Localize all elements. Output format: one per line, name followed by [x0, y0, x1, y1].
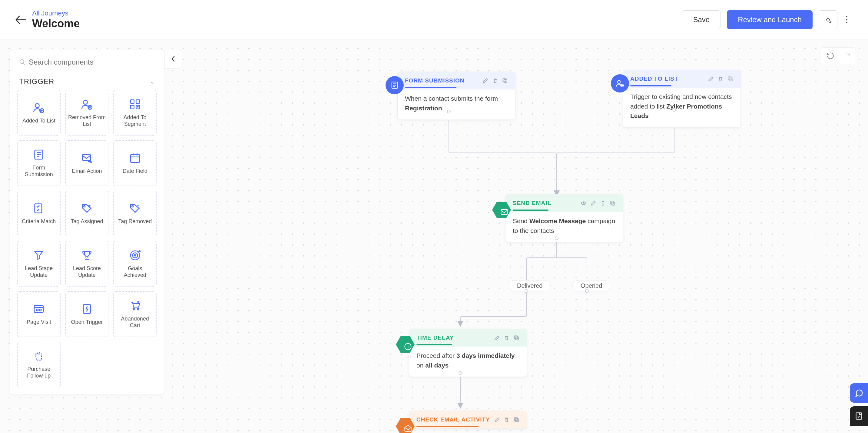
save-button[interactable]: Save [682, 10, 721, 29]
more-menu-button[interactable] [843, 13, 850, 26]
node-send-email[interactable]: SEND EMAIL Send Welcome Message campaign… [505, 194, 623, 242]
panel-collapse-button[interactable] [164, 49, 182, 68]
svg-rect-36 [504, 80, 507, 83]
branch-opened[interactable]: Opened [572, 280, 610, 291]
svg-rect-45 [612, 202, 615, 205]
delete-icon[interactable] [504, 335, 510, 341]
component-open-trigger[interactable]: Open Trigger [65, 291, 109, 337]
svg-point-24 [134, 254, 136, 256]
svg-rect-41 [728, 77, 731, 80]
tag-minus-icon [129, 202, 141, 214]
svg-point-27 [36, 309, 38, 311]
connector-dot[interactable] [459, 371, 462, 375]
component-date-field[interactable]: Date Field [113, 140, 157, 186]
svg-rect-8 [130, 105, 134, 109]
svg-point-21 [132, 206, 133, 207]
review-launch-button[interactable]: Review and Launch [727, 10, 813, 29]
header-left: All Journeys Welcome [15, 9, 80, 30]
component-added-to-list[interactable]: Added To List [17, 90, 61, 136]
edit-icon[interactable] [590, 200, 596, 206]
connector-dot[interactable] [555, 236, 558, 240]
component-removed-from-list[interactable]: Removed From List [65, 90, 109, 136]
chevron-down-icon: ⌄ [150, 78, 155, 85]
node-title: CHECK EMAIL ACTIVITY [416, 416, 490, 423]
edit-icon[interactable] [494, 335, 500, 341]
component-label: Criteria Match [22, 218, 56, 225]
edit-icon[interactable] [483, 78, 489, 84]
component-label: Abandoned Cart [116, 315, 154, 329]
component-lead-score[interactable]: Lead Score Update [65, 241, 109, 287]
component-label: Lead Stage Update [20, 265, 58, 279]
target-icon [129, 249, 141, 261]
svg-rect-50 [516, 419, 519, 422]
node-title: FORM SUBMISSION [405, 77, 465, 84]
component-goals[interactable]: Goals Achieved [113, 241, 157, 287]
connector-dot[interactable] [447, 110, 451, 113]
svg-rect-52 [856, 413, 862, 420]
node-body: Trigger to existing and new contacts add… [623, 88, 741, 127]
node-bold: 3 days immediately [457, 352, 515, 359]
delete-icon[interactable] [600, 200, 606, 206]
tag-plus-icon [81, 202, 93, 214]
node-text: Send [513, 218, 529, 224]
search-wrap [17, 55, 157, 69]
node-bold: Registration [405, 105, 442, 112]
svg-point-38 [618, 81, 620, 83]
component-form-submission[interactable]: Form Submission [17, 140, 61, 186]
user-plus-icon [33, 102, 45, 114]
component-criteria-match[interactable]: Criteria Match [17, 191, 61, 236]
node-bold: Welcome Message [529, 218, 586, 224]
component-label: Email Action [72, 168, 102, 175]
node-text: on [416, 362, 425, 369]
chat-fab[interactable] [850, 383, 868, 403]
component-abandoned-cart[interactable]: Abandoned Cart [113, 291, 157, 337]
node-check-email[interactable]: CHECK EMAIL ACTIVITY [409, 410, 527, 429]
copy-icon[interactable] [610, 200, 616, 206]
copy-icon[interactable] [513, 416, 519, 423]
redo-button[interactable] [842, 52, 850, 60]
component-purchase-followup[interactable]: Purchase Follow-up [17, 342, 61, 387]
back-arrow-icon[interactable] [15, 15, 26, 24]
component-lead-stage[interactable]: Lead Stage Update [17, 241, 61, 287]
breadcrumb[interactable]: All Journeys [32, 9, 80, 17]
notes-fab[interactable] [850, 406, 868, 426]
component-grid: Added To List Removed From List Added To… [17, 90, 157, 387]
delete-icon[interactable] [492, 78, 498, 84]
node-body: When a contact submits the form Registra… [398, 89, 515, 119]
branch-delivered[interactable]: Delivered [509, 280, 551, 291]
connector-dot[interactable] [525, 289, 528, 293]
components-panel: TRIGGER ⌄ Added To List Removed From Lis… [10, 49, 164, 395]
connector-dot[interactable] [672, 108, 676, 112]
node-added-to-list[interactable]: ADDED TO LIST Trigger to existing and ne… [623, 70, 741, 128]
component-label: Removed From List [68, 114, 106, 128]
copy-icon[interactable] [727, 76, 733, 82]
delete-icon[interactable] [504, 416, 510, 423]
delete-icon[interactable] [717, 76, 723, 82]
user-x-icon [81, 98, 93, 110]
component-added-to-segment[interactable]: Added To Segment [113, 90, 157, 136]
component-email-action[interactable]: Email Action [65, 140, 109, 186]
component-tag-assigned[interactable]: Tag Assigned [65, 191, 109, 236]
component-tag-removed[interactable]: Tag Removed [113, 191, 157, 236]
undo-button[interactable] [827, 52, 834, 60]
edit-icon[interactable] [494, 416, 500, 423]
preview-icon[interactable] [581, 200, 587, 206]
settings-button[interactable] [818, 10, 837, 29]
search-input[interactable] [29, 58, 155, 66]
header-right: Save Review and Launch [682, 10, 850, 29]
copy-icon[interactable] [502, 78, 508, 84]
svg-rect-48 [516, 337, 519, 340]
section-header[interactable]: TRIGGER ⌄ [17, 69, 157, 90]
node-body: Send Welcome Message campaign to the con… [505, 212, 623, 242]
component-label: Goals Achieved [116, 265, 154, 279]
component-page-visit[interactable]: Page Visit [17, 291, 61, 337]
canvas[interactable]: TRIGGER ⌄ Added To List Removed From Lis… [0, 39, 868, 433]
edit-icon[interactable] [708, 76, 714, 82]
node-form-submission[interactable]: FORM SUBMISSION When a contact submits t… [397, 71, 516, 120]
svg-rect-25 [34, 305, 43, 312]
copy-icon[interactable] [513, 335, 519, 341]
node-time-delay[interactable]: TIME DELAY Proceed after 3 days immediat… [409, 329, 527, 377]
connector-dot[interactable] [585, 289, 589, 293]
section-title: TRIGGER [19, 77, 54, 86]
page-title: Welcome [32, 17, 80, 30]
